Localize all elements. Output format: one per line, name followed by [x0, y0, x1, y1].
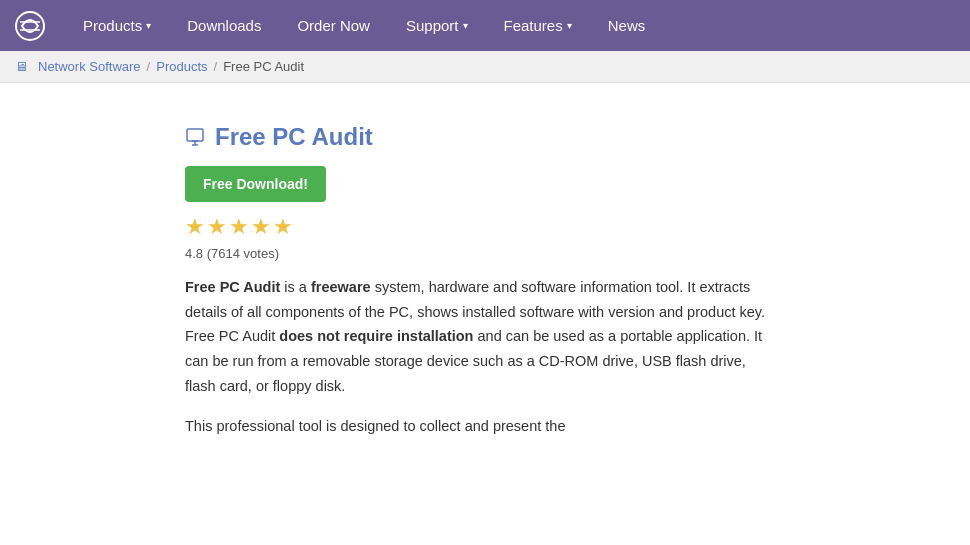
nav-news[interactable]: News [590, 0, 664, 51]
breadcrumb-separator-1: / [147, 59, 151, 74]
description-paragraph-1: Free PC Audit is a freeware system, hard… [185, 275, 770, 398]
breadcrumb-products[interactable]: Products [156, 59, 207, 74]
rating-text: 4.8 (7614 votes) [185, 246, 770, 261]
features-caret-icon: ▾ [567, 20, 572, 31]
download-button[interactable]: Free Download! [185, 166, 326, 202]
product-header: Free PC Audit [185, 123, 770, 151]
nav-support[interactable]: Support ▾ [388, 0, 486, 51]
breadcrumb-separator-2: / [214, 59, 218, 74]
rating-value: 4.8 [185, 246, 203, 261]
product-title: Free PC Audit [215, 123, 373, 151]
header: Products ▾ Downloads Order Now Support ▾… [0, 0, 970, 51]
product-icon [185, 127, 205, 147]
breadcrumb-current: Free PC Audit [223, 59, 304, 74]
no-install-bold: does not require installation [279, 328, 473, 344]
star-2: ★ [207, 214, 227, 240]
star-5: ★ [273, 214, 293, 240]
breadcrumb-network-software[interactable]: Network Software [38, 59, 141, 74]
star-4: ★ [251, 214, 271, 240]
svg-point-0 [16, 12, 44, 40]
logo [10, 6, 50, 46]
monitor-icon: 🖥 [15, 59, 28, 74]
nav-products[interactable]: Products ▾ [65, 0, 169, 51]
support-caret-icon: ▾ [463, 20, 468, 31]
breadcrumb: 🖥 Network Software / Products / Free PC … [0, 51, 970, 83]
star-1: ★ [185, 214, 205, 240]
product-description: Free PC Audit is a freeware system, hard… [185, 275, 770, 439]
star-3: ★ [229, 214, 249, 240]
star-rating: ★ ★ ★ ★ ★ [185, 214, 770, 240]
main-nav: Products ▾ Downloads Order Now Support ▾… [65, 0, 663, 51]
nav-downloads[interactable]: Downloads [169, 0, 279, 51]
nav-features[interactable]: Features ▾ [486, 0, 590, 51]
rating-votes: (7614 votes) [207, 246, 279, 261]
description-paragraph-2: This professional tool is designed to co… [185, 414, 770, 439]
products-caret-icon: ▾ [146, 20, 151, 31]
nav-order-now[interactable]: Order Now [279, 0, 388, 51]
freeware-bold: freeware [311, 279, 371, 295]
svg-rect-3 [187, 129, 203, 141]
main-content: Free PC Audit Free Download! ★ ★ ★ ★ ★ 4… [0, 83, 800, 495]
product-name-bold: Free PC Audit [185, 279, 280, 295]
